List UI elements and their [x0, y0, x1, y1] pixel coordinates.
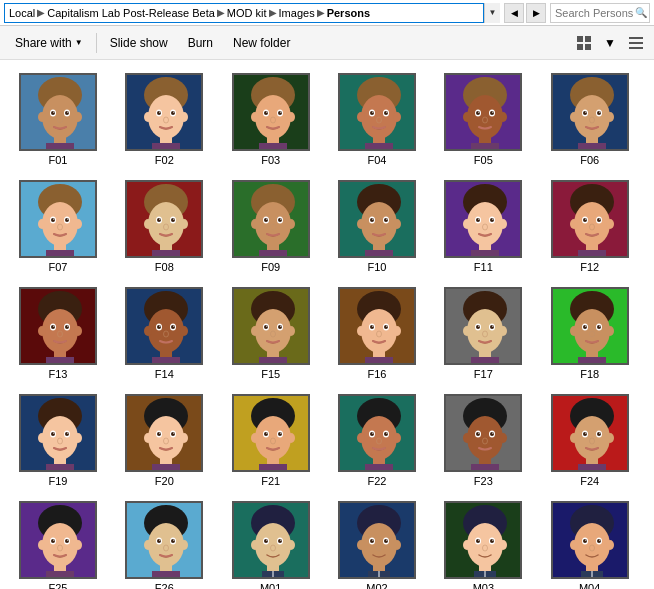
svg-point-173: [570, 219, 578, 229]
file-grid-container[interactable]: F01 F02: [0, 60, 654, 589]
toolbar: Share with ▼ Slide show Burn New folder …: [0, 26, 654, 60]
svg-point-110: [157, 218, 161, 222]
path-dropdown-btn[interactable]: ▼: [484, 3, 500, 23]
list-item[interactable]: F15: [221, 282, 321, 385]
thumbnail: [125, 287, 203, 365]
svg-point-244: [499, 326, 507, 336]
svg-rect-6: [629, 47, 643, 49]
list-item[interactable]: F03: [221, 68, 321, 171]
svg-point-335: [597, 432, 601, 436]
svg-point-230: [393, 326, 401, 336]
svg-point-399: [357, 540, 365, 550]
svg-point-252: [585, 326, 586, 327]
list-item[interactable]: M02: [327, 496, 427, 589]
path-arrow-0: ▶: [37, 7, 45, 18]
svg-point-271: [38, 433, 46, 443]
svg-point-379: [280, 540, 281, 541]
list-item[interactable]: F11: [433, 175, 533, 278]
svg-point-376: [264, 539, 268, 543]
file-label: F07: [49, 261, 68, 273]
list-item[interactable]: F06: [540, 68, 640, 171]
file-label: M04: [579, 582, 600, 589]
svg-point-83: [597, 111, 601, 115]
svg-point-280: [160, 433, 161, 434]
search-input[interactable]: [555, 7, 635, 19]
list-item[interactable]: F01: [8, 68, 108, 171]
list-item[interactable]: F20: [114, 389, 214, 492]
list-item[interactable]: F21: [221, 389, 321, 492]
svg-point-42: [266, 112, 267, 113]
svg-point-300: [287, 433, 295, 443]
svg-point-85: [599, 112, 600, 113]
svg-point-86: [589, 117, 594, 123]
list-item[interactable]: F22: [327, 389, 427, 492]
list-item[interactable]: M01: [221, 496, 321, 589]
list-item[interactable]: F13: [8, 282, 108, 385]
list-item[interactable]: M04: [540, 496, 640, 589]
svg-point-322: [479, 433, 480, 434]
new-folder-label: New folder: [233, 36, 290, 50]
svg-point-99: [67, 219, 68, 220]
list-item[interactable]: F17: [433, 282, 533, 385]
list-item[interactable]: F02: [114, 68, 214, 171]
slideshow-button[interactable]: Slide show: [101, 30, 177, 56]
svg-point-243: [463, 326, 471, 336]
list-item[interactable]: F26: [114, 496, 214, 589]
view-details-btn[interactable]: [624, 31, 648, 55]
nav-back-btn[interactable]: ◀: [504, 3, 524, 23]
svg-point-75: [463, 112, 471, 122]
nav-forward-btn[interactable]: ▶: [526, 3, 546, 23]
svg-point-89: [570, 112, 578, 122]
list-item[interactable]: F23: [433, 389, 533, 492]
svg-point-139: [384, 218, 388, 222]
list-item[interactable]: F12: [540, 175, 640, 278]
view-dropdown-btn[interactable]: ▼: [598, 31, 622, 55]
list-item[interactable]: F07: [8, 175, 108, 278]
svg-rect-298: [259, 464, 287, 472]
view-options-btn[interactable]: [572, 31, 596, 55]
new-folder-button[interactable]: New folder: [224, 30, 299, 56]
thumbnail: [338, 73, 416, 151]
list-item[interactable]: F16: [327, 282, 427, 385]
thumbnail: [19, 394, 97, 472]
list-item[interactable]: F24: [540, 389, 640, 492]
search-icon: 🔍: [635, 7, 647, 18]
svg-point-425: [589, 545, 594, 551]
list-item[interactable]: F09: [221, 175, 321, 278]
burn-button[interactable]: Burn: [179, 30, 222, 56]
list-item[interactable]: F08: [114, 175, 214, 278]
list-item[interactable]: F25: [8, 496, 108, 589]
svg-point-336: [585, 433, 586, 434]
list-item[interactable]: M03: [433, 496, 533, 589]
address-path[interactable]: Local ▶ Capitalism Lab Post-Release Beta…: [4, 3, 484, 23]
svg-point-348: [51, 539, 55, 543]
list-item[interactable]: F10: [327, 175, 427, 278]
file-label: F22: [368, 475, 387, 487]
svg-rect-354: [46, 571, 74, 579]
thumbnail: [125, 73, 203, 151]
svg-point-124: [264, 218, 268, 222]
svg-point-406: [476, 539, 480, 543]
file-label: F19: [49, 475, 68, 487]
thumbnail: [19, 501, 97, 579]
share-with-button[interactable]: Share with ▼: [6, 30, 92, 56]
svg-point-366: [164, 545, 169, 551]
svg-point-264: [51, 432, 55, 436]
svg-rect-60: [365, 143, 393, 151]
svg-point-167: [597, 218, 601, 222]
svg-point-236: [476, 325, 480, 329]
list-item[interactable]: F05: [433, 68, 533, 171]
thumbnail: [444, 394, 522, 472]
list-item[interactable]: F18: [540, 282, 640, 385]
svg-point-131: [251, 219, 259, 229]
svg-point-286: [180, 433, 188, 443]
list-item[interactable]: F14: [114, 282, 214, 385]
list-item[interactable]: F19: [8, 389, 108, 492]
svg-point-394: [386, 540, 387, 541]
svg-point-310: [377, 438, 382, 444]
svg-point-422: [597, 539, 601, 543]
search-box[interactable]: 🔍: [550, 3, 650, 23]
slideshow-label: Slide show: [110, 36, 168, 50]
svg-point-210: [266, 326, 267, 327]
list-item[interactable]: F04: [327, 68, 427, 171]
